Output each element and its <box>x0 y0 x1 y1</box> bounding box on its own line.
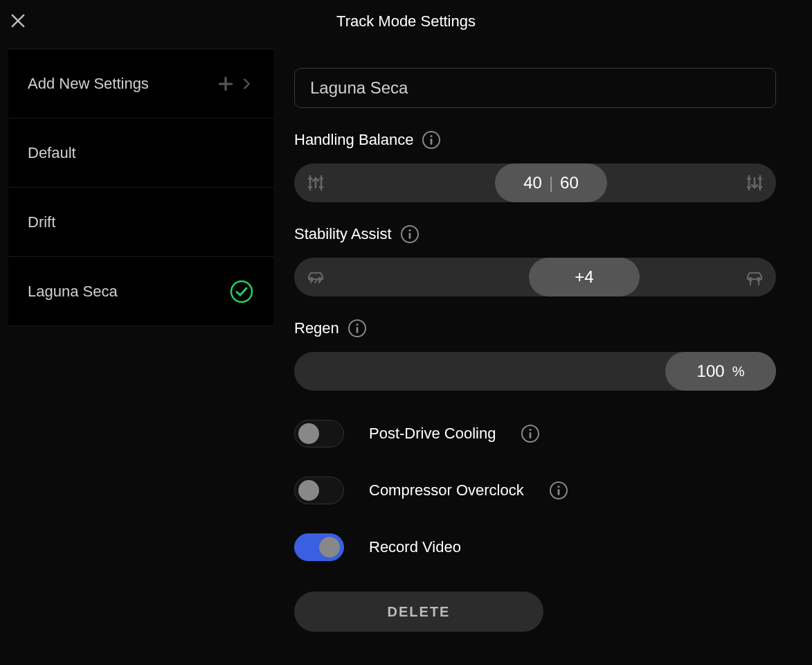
info-icon <box>348 319 367 338</box>
regen-slider[interactable]: 100% <box>294 352 776 391</box>
handling-balance-thumb[interactable]: 40 | 60 <box>495 163 607 202</box>
regen-thumb[interactable]: 100% <box>665 352 776 391</box>
svg-point-15 <box>530 429 532 431</box>
stability-value: +4 <box>575 267 593 287</box>
settings-panel: Handling Balance 40 | 60 <box>273 0 812 665</box>
record-video-toggle[interactable] <box>294 533 344 561</box>
post-drive-cooling-toggle[interactable] <box>294 420 344 447</box>
profile-item-default[interactable]: Default <box>8 118 273 188</box>
add-label: Add New Settings <box>28 75 149 93</box>
stability-assist-label: Stability Assist <box>294 225 392 243</box>
profile-item-drift[interactable]: Drift <box>8 188 273 257</box>
svg-point-0 <box>231 281 252 302</box>
plus-icon <box>217 75 235 93</box>
regen-label: Regen <box>294 319 339 337</box>
svg-rect-19 <box>557 489 559 495</box>
profile-item-laguna-seca[interactable]: Laguna Seca <box>8 257 273 326</box>
compressor-overclock-label: Compressor Overclock <box>369 481 524 499</box>
stability-off-icon <box>304 265 327 289</box>
regen-info-button[interactable] <box>348 319 367 338</box>
info-icon <box>422 130 441 150</box>
post-drive-cooling-label: Post-Drive Cooling <box>369 425 496 443</box>
handling-balance-label: Handling Balance <box>294 131 413 149</box>
handling-balance-info-button[interactable] <box>422 130 441 150</box>
svg-point-12 <box>356 323 358 326</box>
bias-rear-icon <box>743 171 766 195</box>
svg-rect-3 <box>431 139 433 145</box>
handling-balance-slider[interactable]: 40 | 60 <box>294 163 776 202</box>
chevron-right-icon <box>239 76 254 91</box>
post-drive-cooling-info-button[interactable] <box>521 424 540 443</box>
post-drive-cooling-row: Post-Drive Cooling <box>294 420 776 447</box>
record-video-label: Record Video <box>369 538 461 556</box>
info-icon <box>521 424 540 443</box>
stability-on-icon <box>743 265 766 289</box>
compressor-overclock-info-button[interactable] <box>549 481 568 500</box>
svg-rect-16 <box>530 432 532 438</box>
stability-assist-thumb[interactable]: +4 <box>529 258 640 296</box>
regen-unit: % <box>732 364 745 380</box>
stability-assist-slider[interactable]: +4 <box>294 258 776 296</box>
sidebar: Add New Settings Default Drift Laguna Se… <box>0 0 273 665</box>
profile-name-input[interactable] <box>294 68 776 108</box>
divider: | <box>549 173 553 193</box>
svg-rect-13 <box>356 327 358 333</box>
close-icon <box>8 11 28 30</box>
profile-label: Drift <box>28 213 55 231</box>
stability-assist-info-button[interactable] <box>400 224 419 244</box>
info-icon <box>549 481 568 500</box>
compressor-overclock-row: Compressor Overclock <box>294 477 776 504</box>
bias-front-icon <box>304 171 327 195</box>
handling-front-value: 40 <box>523 173 542 193</box>
profile-label: Default <box>28 144 76 162</box>
svg-point-18 <box>557 486 559 488</box>
svg-rect-6 <box>408 233 410 239</box>
regen-value: 100 <box>697 362 725 381</box>
close-button[interactable] <box>8 11 28 30</box>
profile-label: Laguna Seca <box>28 283 118 301</box>
record-video-row: Record Video <box>294 533 776 561</box>
svg-point-2 <box>431 135 433 137</box>
active-check-icon <box>229 279 254 304</box>
add-new-settings-button[interactable]: Add New Settings <box>8 49 273 118</box>
handling-rear-value: 60 <box>560 173 579 193</box>
svg-point-5 <box>408 229 410 231</box>
compressor-overclock-toggle[interactable] <box>294 477 344 504</box>
info-icon <box>400 224 419 244</box>
delete-button[interactable]: DELETE <box>294 592 543 632</box>
